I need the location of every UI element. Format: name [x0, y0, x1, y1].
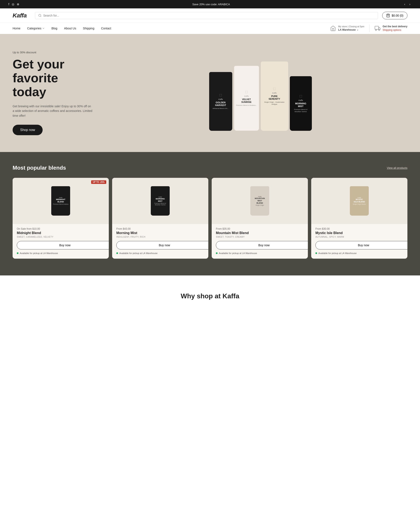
svg-rect-3 — [375, 26, 379, 29]
svg-point-4 — [375, 29, 376, 31]
pickup-dot-4 — [315, 252, 317, 254]
pickup-text-2: Available for pickup at LA Warehouse — [119, 252, 158, 254]
product-bag-mystic: Kaffa MYSTICISLE BLEND Single Origin Bea… — [350, 186, 369, 216]
product-tags-1: SWEET, CARAMELIZED, VELVETY — [17, 236, 105, 238]
svg-point-5 — [379, 29, 380, 31]
pickup-info-4: Available for pickup at LA Warehouse — [311, 252, 407, 254]
product-card-3: Kaffa MOUNTAINMISTBLEND Single Origin Fr… — [212, 178, 308, 259]
popular-section: Most popular blends View all products UP… — [0, 152, 420, 275]
pinterest-icon[interactable]: ⊕ — [17, 2, 19, 6]
hero-title: Get your favorite today — [13, 57, 114, 99]
product-bag-midnight: Kaffa MIDNIGHTBLEND Premium Blend Arabic… — [51, 186, 70, 216]
nav-item-about[interactable]: About Us — [64, 23, 76, 34]
product-info-4: From $30.00 Mystic Isle Blend AUTUMNAL, … — [311, 227, 407, 238]
product-image-2: Kaffa MORNINGMIST Premium Blend of Brazi… — [112, 178, 208, 224]
hero-description: Get brewing with our irresistible sale! … — [13, 104, 92, 118]
svg-line-1 — [41, 16, 41, 17]
hero-products: ⬚ Kaffa GOLDENHARVEST Artisanal Blend of… — [114, 55, 407, 131]
search-input[interactable] — [43, 14, 375, 17]
product-image-3: Kaffa MOUNTAINMISTBLEND Single Origin — [212, 178, 308, 224]
product-price-2: From $43.00 — [116, 227, 204, 230]
product-name-4: Mystic Isle Blend — [315, 231, 403, 235]
product-bag-mountain: Kaffa MOUNTAINMISTBLEND Single Origin — [250, 186, 269, 216]
product-card-1: UP TO -25% Kaffa MIDNIGHTBLEND Premium B… — [13, 178, 109, 259]
store-closing-text: My store | Closing at 5pm — [338, 25, 364, 28]
social-icons: f ◎ ⊕ — [9, 2, 19, 6]
cart-icon — [386, 14, 390, 17]
nav-item-categories[interactable]: Categories — [27, 23, 45, 34]
product-price-4: From $30.00 — [315, 227, 403, 230]
pickup-dot-1 — [17, 252, 18, 254]
store-info[interactable]: My store | Closing at 5pm LA Warehouse — [330, 25, 364, 32]
delivery-info[interactable]: Get the best delivery Shipping options — [375, 25, 407, 32]
product-card-2: Kaffa MORNINGMIST Premium Blend of Brazi… — [112, 178, 208, 259]
search-icon — [38, 14, 42, 17]
delivery-icon — [375, 26, 381, 31]
product-image-4: Kaffa MYSTICISLE BLEND Single Origin Bea… — [311, 178, 407, 224]
pickup-text-3: Available for pickup at LA Warehouse — [219, 252, 257, 254]
product-name-3: Mountain Mist Blend — [216, 231, 304, 235]
view-all-link[interactable]: View all products — [387, 166, 407, 169]
store-name[interactable]: LA Warehouse — [338, 28, 364, 32]
product-tags-2: INDULGENT, FRUITY, RICH — [116, 236, 204, 238]
nav-item-home[interactable]: Home — [13, 23, 20, 34]
pickup-dot-2 — [116, 252, 118, 254]
nav-bar: Home Categories Blog About Us Shipping C… — [0, 23, 420, 34]
pickup-info-1: Available for pickup at LA Warehouse — [13, 252, 109, 254]
facebook-icon[interactable]: f — [9, 2, 9, 6]
hero-content: Up to 30% discount Get your favorite tod… — [13, 51, 114, 135]
delivery-details: Get the best delivery Shipping options — [383, 25, 407, 32]
hero-product-4: ⬚ Kaffa MORNINGMIST Premium Blend of Bra… — [290, 76, 312, 131]
hero-product-3: ⬚ Kaffa PURESERENITY Single Origin - Gua… — [261, 61, 288, 131]
announcement-prev-button[interactable]: ‹ — [403, 2, 407, 6]
hero-product-1: ⬚ Kaffa GOLDENHARVEST Artisanal Blend of… — [209, 72, 232, 131]
buy-now-button-2[interactable]: Buy now — [116, 241, 208, 249]
pickup-text-4: Available for pickup at LA Warehouse — [318, 252, 357, 254]
section-title: Most popular blends — [13, 165, 66, 171]
nav-right: My store | Closing at 5pm LA Warehouse G… — [330, 25, 407, 32]
product-image-1: UP TO -25% Kaffa MIDNIGHTBLEND Premium B… — [13, 178, 109, 224]
why-section: Why shop at Kaffa — [0, 275, 420, 317]
product-info-2: From $43.00 Morning Mist INDULGENT, FRUI… — [112, 227, 208, 238]
section-header: Most popular blends View all products — [13, 165, 407, 171]
search-bar[interactable] — [35, 12, 378, 19]
nav-item-shipping[interactable]: Shipping — [83, 23, 95, 34]
store-icon — [330, 26, 336, 31]
shop-now-button[interactable]: Shop now — [13, 125, 43, 135]
buy-now-button-4[interactable]: Buy now — [315, 241, 407, 249]
logo[interactable]: Kaffa — [13, 12, 27, 19]
hero-product-2: ⬚ Kaffa VELVETSUNRISE Premium Blend of A… — [234, 66, 259, 131]
store-chevron-icon — [357, 29, 359, 31]
store-details: My store | Closing at 5pm LA Warehouse — [338, 25, 364, 32]
nav-divider — [369, 25, 370, 32]
product-info-1: On Sale from $10.00 Midnight Blend SWEET… — [13, 227, 109, 238]
buy-now-button-3[interactable]: Buy now — [216, 241, 308, 249]
product-price-1: On Sale from $10.00 — [17, 227, 105, 230]
cart-button[interactable]: $0.00 (0) — [382, 12, 407, 19]
announcement-next-button[interactable]: › — [408, 2, 411, 6]
announcement-bar: f ◎ ⊕ Save 20% use code: ARABICA ‹ › — [0, 0, 420, 9]
product-name-2: Morning Mist — [116, 231, 204, 235]
product-tags-4: AUTUMNAL, SPICY, WARM — [315, 236, 403, 238]
chevron-down-icon — [42, 27, 45, 30]
cart-total: $0.00 (0) — [392, 14, 403, 17]
buy-now-button-1[interactable]: Buy now — [17, 241, 109, 249]
pickup-dot-3 — [216, 252, 218, 254]
instagram-icon[interactable]: ◎ — [12, 2, 14, 6]
pickup-info-2: Available for pickup at LA Warehouse — [112, 252, 208, 254]
sale-badge-1: UP TO -25% — [91, 180, 106, 184]
pickup-info-3: Available for pickup at LA Warehouse — [212, 252, 308, 254]
product-name-1: Midnight Blend — [17, 231, 105, 235]
pickup-text-1: Available for pickup at LA Warehouse — [20, 252, 58, 254]
header: Kaffa $0.00 (0) — [0, 9, 420, 23]
nav-item-blog[interactable]: Blog — [52, 23, 57, 34]
why-title: Why shop at Kaffa — [13, 292, 407, 300]
delivery-subtitle[interactable]: Shipping options — [383, 28, 407, 32]
product-price-3: From $35.00 — [216, 227, 304, 230]
nav-left: Home Categories Blog About Us Shipping C… — [13, 23, 111, 34]
nav-item-contact[interactable]: Contact — [101, 23, 111, 34]
hero-section: Up to 30% discount Get your favorite tod… — [0, 34, 420, 152]
promo-text: Save 20% use code: ARABICA — [19, 3, 403, 6]
hero-discount-text: Up to 30% discount — [13, 51, 114, 54]
product-tags-3: SWEET, TOASTY, CREAMY — [216, 236, 304, 238]
